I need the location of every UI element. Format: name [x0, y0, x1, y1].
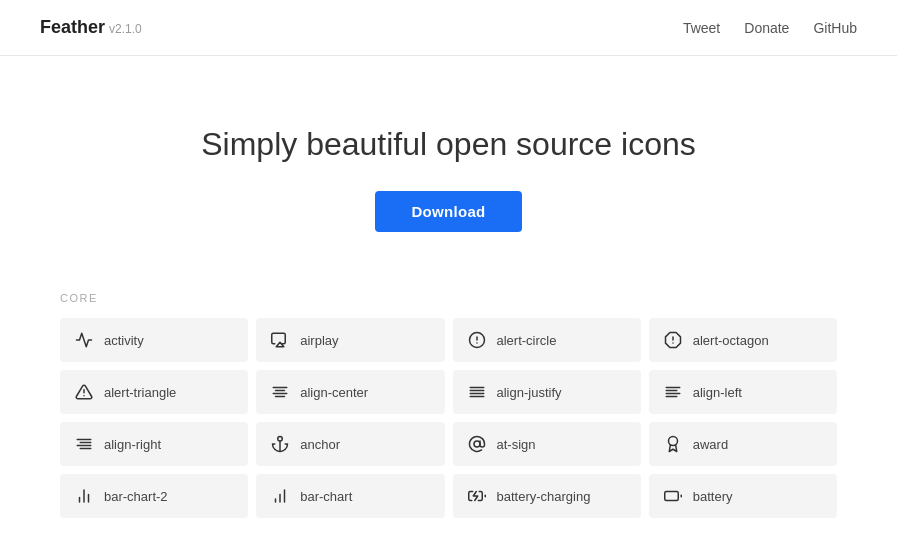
icon-label-alert-triangle: alert-triangle: [104, 385, 176, 400]
align-right-icon: [74, 434, 94, 454]
icon-card-activity[interactable]: activity: [60, 318, 248, 362]
icon-label-align-left: align-left: [693, 385, 742, 400]
icon-label-alert-circle: alert-circle: [497, 333, 557, 348]
icon-card-airplay[interactable]: airplay: [256, 318, 444, 362]
icon-card-align-left[interactable]: align-left: [649, 370, 837, 414]
award-icon: [663, 434, 683, 454]
align-center-icon: [270, 382, 290, 402]
svg-marker-0: [277, 342, 285, 347]
airplay-icon: [270, 330, 290, 350]
logo: Feather v2.1.0: [40, 17, 142, 38]
battery-charging-icon: [467, 486, 487, 506]
icon-label-align-justify: align-justify: [497, 385, 562, 400]
icon-card-alert-octagon[interactable]: alert-octagon: [649, 318, 837, 362]
hero-section: Simply beautiful open source icons Downl…: [0, 56, 897, 282]
nav-donate[interactable]: Donate: [744, 20, 789, 36]
download-button[interactable]: Download: [375, 191, 521, 232]
icon-label-anchor: anchor: [300, 437, 340, 452]
icon-card-align-right[interactable]: align-right: [60, 422, 248, 466]
icon-label-bar-chart: bar-chart: [300, 489, 352, 504]
icon-label-align-center: align-center: [300, 385, 368, 400]
align-left-icon: [663, 382, 683, 402]
section-label-core: CORE: [60, 292, 837, 304]
icon-label-activity: activity: [104, 333, 144, 348]
icons-section: CORE activityairplayalert-circlealert-oc…: [0, 282, 897, 537]
icon-label-battery: battery: [693, 489, 733, 504]
anchor-icon: [270, 434, 290, 454]
svg-point-27: [474, 441, 480, 447]
icons-grid: activityairplayalert-circlealert-octagon…: [60, 318, 837, 518]
icon-label-bar-chart-2: bar-chart-2: [104, 489, 168, 504]
logo-name: Feather: [40, 17, 105, 38]
icon-card-bar-chart[interactable]: bar-chart: [256, 474, 444, 518]
alert-triangle-icon: [74, 382, 94, 402]
nav-tweet[interactable]: Tweet: [683, 20, 720, 36]
align-justify-icon: [467, 382, 487, 402]
main-nav: Tweet Donate GitHub: [683, 20, 857, 36]
icon-card-bar-chart-2[interactable]: bar-chart-2: [60, 474, 248, 518]
icon-card-award[interactable]: award: [649, 422, 837, 466]
icon-card-align-justify[interactable]: align-justify: [453, 370, 641, 414]
icon-card-alert-triangle[interactable]: alert-triangle: [60, 370, 248, 414]
svg-rect-36: [665, 492, 679, 501]
icon-label-at-sign: at-sign: [497, 437, 536, 452]
bar-chart-2-icon: [74, 486, 94, 506]
alert-circle-icon: [467, 330, 487, 350]
icon-card-battery-charging[interactable]: battery-charging: [453, 474, 641, 518]
icon-card-battery[interactable]: battery: [649, 474, 837, 518]
nav-github[interactable]: GitHub: [813, 20, 857, 36]
logo-version: v2.1.0: [109, 22, 142, 36]
alert-octagon-icon: [663, 330, 683, 350]
icon-card-align-center[interactable]: align-center: [256, 370, 444, 414]
bar-chart-icon: [270, 486, 290, 506]
icon-label-airplay: airplay: [300, 333, 338, 348]
icon-label-alert-octagon: alert-octagon: [693, 333, 769, 348]
icon-label-award: award: [693, 437, 728, 452]
icon-label-align-right: align-right: [104, 437, 161, 452]
icon-label-battery-charging: battery-charging: [497, 489, 591, 504]
icon-card-alert-circle[interactable]: alert-circle: [453, 318, 641, 362]
icon-card-anchor[interactable]: anchor: [256, 422, 444, 466]
hero-headline: Simply beautiful open source icons: [20, 126, 877, 163]
activity-icon: [74, 330, 94, 350]
battery-icon: [663, 486, 683, 506]
icon-card-at-sign[interactable]: at-sign: [453, 422, 641, 466]
at-sign-icon: [467, 434, 487, 454]
